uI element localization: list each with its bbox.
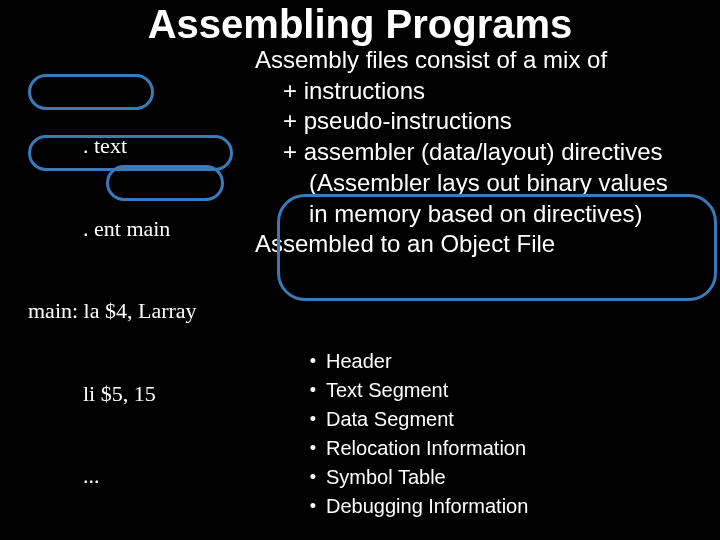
- list-item: •Symbol Table: [300, 463, 528, 492]
- bullet-icon: •: [300, 493, 326, 519]
- desc-line: in memory based on directives): [255, 199, 710, 230]
- desc-line: + instructions: [255, 76, 710, 107]
- bullet-icon: •: [300, 464, 326, 490]
- list-item-label: Header: [326, 347, 392, 376]
- desc-line: + pseudo-instructions: [255, 106, 710, 137]
- description-block: Assembly files consist of a mix of + ins…: [255, 45, 710, 260]
- list-item: •Relocation Information: [300, 434, 528, 463]
- bullet-icon: •: [300, 377, 326, 403]
- desc-line: Assembled to an Object File: [255, 229, 710, 260]
- desc-line: Assembly files consist of a mix of: [255, 45, 710, 76]
- code-line: ...: [28, 462, 260, 490]
- list-item: •Text Segment: [300, 376, 528, 405]
- list-item-label: Text Segment: [326, 376, 448, 405]
- desc-line: + assembler (data/layout) directives: [255, 137, 710, 168]
- list-item-label: Relocation Information: [326, 434, 526, 463]
- list-item-label: Data Segment: [326, 405, 454, 434]
- list-item-label: Symbol Table: [326, 463, 446, 492]
- desc-line: (Assembler lays out binary values: [255, 168, 710, 199]
- code-line: . text: [28, 132, 260, 160]
- code-line: main: la $4, Larray: [28, 297, 260, 325]
- list-item: •Header: [300, 347, 528, 376]
- assembly-code: . text . ent main main: la $4, Larray li…: [28, 77, 260, 540]
- bullet-icon: •: [300, 435, 326, 461]
- list-item: •Data Segment: [300, 405, 528, 434]
- code-line: li $5, 15: [28, 380, 260, 408]
- bullet-icon: •: [300, 406, 326, 432]
- list-item-label: Debugging Information: [326, 492, 528, 521]
- bullet-icon: •: [300, 348, 326, 374]
- list-item: •Debugging Information: [300, 492, 528, 521]
- object-file-list: •Header •Text Segment •Data Segment •Rel…: [300, 347, 528, 521]
- slide-title: Assembling Programs: [0, 0, 720, 47]
- code-line: . ent main: [28, 215, 260, 243]
- slide-content: . text . ent main main: la $4, Larray li…: [0, 47, 720, 537]
